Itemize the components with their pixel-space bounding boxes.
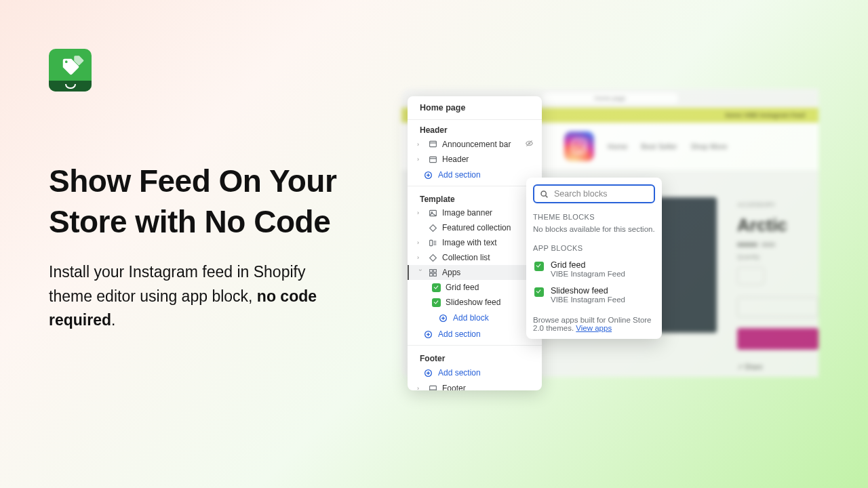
svg-rect-4 [430, 157, 437, 162]
section-image-banner[interactable]: › Image banner [408, 205, 542, 220]
svg-rect-16 [433, 269, 436, 272]
popover-footer: Browse apps built for Online Store 2.0 t… [533, 316, 655, 332]
app-logo [49, 49, 92, 92]
add-section-footer[interactable]: Add section [408, 365, 542, 381]
block-slideshow-feed[interactable]: Slideshow feed [408, 295, 542, 310]
search-icon [540, 190, 549, 199]
chevron-right-icon: › [417, 141, 424, 148]
add-section-template[interactable]: Add section [408, 326, 542, 342]
app-block-icon [534, 287, 544, 297]
layout-icon [429, 155, 437, 164]
app-block-grid-feed[interactable]: Grid feed VIBE Instagram Feed [533, 256, 655, 282]
chevron-right-icon: › [417, 239, 424, 246]
chevron-down-icon: › [417, 269, 424, 276]
svg-line-31 [546, 195, 548, 197]
svg-rect-15 [430, 269, 433, 272]
image-icon [429, 209, 437, 218]
app-blocks-header: APP BLOCKS [533, 244, 655, 252]
section-featured-collection[interactable]: › Featured collection [408, 220, 542, 235]
theme-editor-panel: Home page Header › Announcement bar › He… [408, 96, 542, 390]
chevron-right-icon: › [417, 209, 424, 216]
tag-icon [429, 224, 437, 232]
view-apps-link[interactable]: View apps [576, 324, 612, 332]
blocks-popover: THEME BLOCKS No blocks available for thi… [526, 178, 662, 339]
section-header[interactable]: › Header [408, 152, 542, 167]
group-header: Header [408, 120, 542, 136]
group-template: Template [408, 189, 542, 205]
section-footer[interactable]: › Footer [408, 381, 542, 390]
section-image-with-text[interactable]: › Image with text [408, 235, 542, 250]
layout-icon [429, 140, 437, 148]
chevron-right-icon: › [417, 254, 424, 261]
app-block-icon [534, 262, 544, 271]
section-announcement-bar[interactable]: › Announcement bar [408, 136, 542, 152]
app-block-icon [432, 298, 441, 307]
group-footer: Footer [408, 348, 542, 365]
tag-icon [429, 253, 437, 262]
chevron-right-icon: › [417, 156, 424, 163]
hidden-icon[interactable] [525, 139, 534, 149]
search-blocks-field[interactable] [533, 184, 655, 203]
image-text-icon [429, 239, 437, 247]
no-theme-blocks: No blocks available for this section. [533, 225, 655, 233]
app-block-slideshow-feed[interactable]: Slideshow feed VIBE Instagram Feed [533, 282, 655, 308]
svg-rect-17 [430, 273, 433, 276]
svg-rect-11 [430, 240, 433, 245]
add-section-header[interactable]: Add section [408, 167, 542, 183]
section-collection-list[interactable]: › Collection list [408, 250, 542, 265]
svg-point-30 [541, 191, 546, 196]
instagram-icon [564, 131, 594, 161]
panel-title: Home page [408, 96, 542, 120]
svg-rect-0 [430, 141, 437, 146]
marketing-subline: Install your Instagram feed in Shopify t… [49, 260, 347, 333]
section-apps[interactable]: › Apps [408, 265, 542, 280]
add-block[interactable]: Add block [408, 310, 542, 326]
app-block-icon [432, 283, 441, 292]
theme-blocks-header: THEME BLOCKS [533, 213, 655, 221]
marketing-headline: Show Feed On Your Store with No Code [49, 161, 388, 243]
layout-icon [429, 384, 437, 391]
apps-icon [429, 268, 437, 277]
search-input[interactable] [554, 189, 648, 199]
block-grid-feed[interactable]: Grid feed [408, 280, 542, 295]
chevron-right-icon: › [417, 385, 424, 390]
svg-rect-18 [433, 273, 436, 276]
